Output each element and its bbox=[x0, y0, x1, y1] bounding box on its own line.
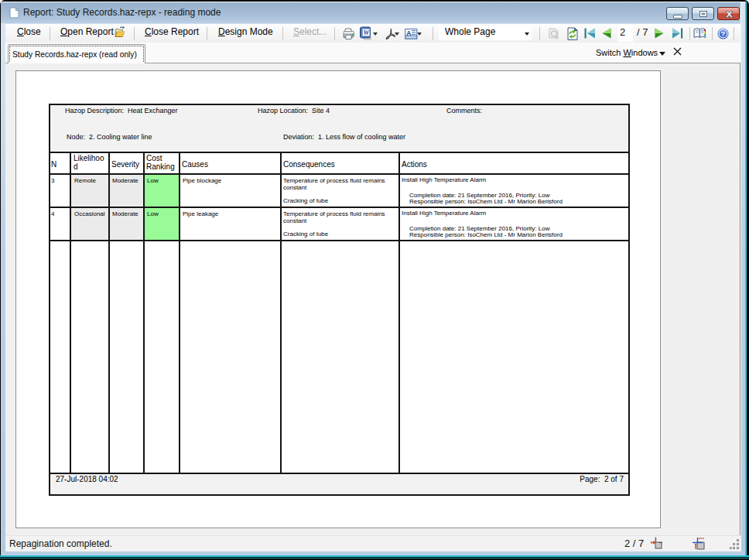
svg-text:A: A bbox=[406, 29, 411, 37]
svg-text:?: ? bbox=[721, 29, 726, 38]
